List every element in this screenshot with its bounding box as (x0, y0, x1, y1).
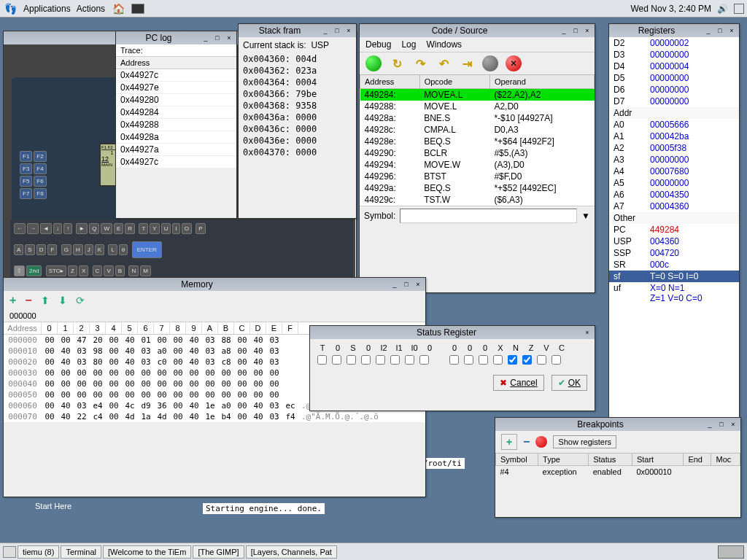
pclog-row[interactable]: 0x44928a (116, 131, 236, 144)
taskbar-item[interactable]: Terminal (61, 545, 101, 559)
register-row[interactable]: A700004360 (609, 201, 739, 212)
status-register-dialog[interactable]: Status Register × T0S0I2I1I00 000XNZVC ✖… (309, 325, 595, 411)
step-over-button[interactable]: ↷ (412, 55, 428, 71)
register-row[interactable]: A400007680 (609, 166, 739, 177)
bp-cell[interactable]: enabled (589, 466, 632, 478)
breakpoints-table[interactable]: SymbolTypeStatusStartEndMoc #4exceptione… (495, 453, 740, 478)
stack-row[interactable]: 0x004364: 0004 (239, 77, 356, 88)
bp-col[interactable]: Status (589, 454, 632, 466)
cancel-button[interactable]: ✖Cancel (493, 375, 543, 391)
register-row[interactable]: A000005666 (609, 119, 739, 131)
sr-flag-checkbox[interactable] (332, 355, 341, 365)
taskbar-item[interactable]: [The GIMP] (193, 545, 244, 559)
register-row[interactable]: USP004360 (609, 236, 739, 247)
bp-cell[interactable]: #4 (496, 466, 538, 478)
mem-col[interactable]: 3 (90, 322, 106, 334)
disable-breakpoint-button[interactable] (535, 436, 547, 448)
stack-row[interactable]: 0x004368: 9358 (239, 100, 356, 112)
mem-col[interactable]: A (202, 322, 218, 334)
code-row[interactable]: 44929c:TST.W($6,A3) (360, 194, 595, 206)
mem-col[interactable]: D (250, 322, 266, 334)
code-row[interactable]: 44928a:BNE.S*-$10 [44927A] (360, 112, 595, 124)
register-row[interactable]: SR000c (609, 259, 739, 271)
sr-flag-checkbox[interactable] (522, 355, 532, 365)
taskbar-item[interactable]: [Welcome to the TiEm (103, 545, 191, 559)
register-row[interactable]: D500000000 (609, 72, 739, 84)
memory-row[interactable]: 000070004022c4004d1a4d00401eb4004003f4.@… (4, 411, 425, 422)
taskbar-item[interactable]: [Layers, Channels, Pat (246, 545, 337, 559)
step-into-button[interactable]: ↻ (389, 55, 405, 71)
sr-flag-checkbox[interactable] (405, 355, 414, 365)
bp-col[interactable]: Moc (711, 454, 740, 466)
stack-row[interactable]: 0x004362: 023a (239, 65, 356, 77)
sr-flag-checkbox[interactable] (479, 355, 488, 365)
sr-flag-checkbox[interactable] (390, 355, 400, 365)
code-row[interactable]: 449284:MOVEA.L($22,A2),A2 (360, 89, 595, 101)
stack-row[interactable]: 0x004370: 0000 (239, 147, 356, 158)
clock[interactable]: Wed Nov 3, 2:40 PM (631, 4, 712, 14)
ok-button[interactable]: ✔OK (551, 375, 587, 391)
add-icon[interactable]: + (9, 294, 16, 307)
mem-col[interactable]: 8 (170, 322, 186, 334)
mem-col-address[interactable]: Address (4, 322, 42, 334)
refresh-icon[interactable]: ⟳ (76, 295, 85, 306)
actions-menu[interactable]: Actions (77, 4, 105, 14)
stack-row[interactable]: 0x00436a: 0000 (239, 112, 356, 123)
bp-cell[interactable]: exception (538, 466, 589, 478)
mem-col[interactable]: 9 (186, 322, 202, 334)
mem-col[interactable]: F (282, 322, 298, 334)
mem-col[interactable]: 7 (154, 322, 170, 334)
minimize-button[interactable]: _ (703, 26, 714, 36)
step-back-button[interactable]: ↶ (436, 55, 452, 71)
maximize-button[interactable]: □ (212, 33, 223, 43)
col-address[interactable]: Address (360, 75, 420, 89)
bp-col[interactable]: Symbol (496, 454, 538, 466)
close-button[interactable]: × (343, 26, 355, 36)
mem-col[interactable]: E (266, 322, 282, 334)
taskbar-item[interactable]: tiemu (8) (18, 545, 59, 559)
applications-menu[interactable]: Applications (23, 4, 71, 14)
pclog-row[interactable]: 0x44927c (116, 69, 236, 82)
mem-col[interactable]: 1 (58, 322, 74, 334)
maximize-button[interactable]: □ (716, 419, 727, 429)
sr-flag-checkbox[interactable] (317, 355, 327, 365)
stack-row[interactable]: 0x004360: 004d (239, 53, 356, 65)
breakpoints-window[interactable]: Breakpoints _□× + − Show registers Symbo… (495, 417, 741, 518)
mem-col[interactable]: B (218, 322, 234, 334)
remove-breakpoint-button[interactable]: − (523, 435, 530, 448)
remove-icon[interactable]: − (25, 294, 31, 307)
register-row[interactable]: A200005f38 (609, 142, 739, 154)
mem-col[interactable]: 0 (42, 322, 58, 334)
sr-flag-checkbox[interactable] (551, 355, 561, 365)
bp-cell[interactable] (684, 466, 711, 478)
up-icon[interactable]: ⬆ (41, 295, 50, 306)
col-opcode[interactable]: Opcode (419, 75, 489, 89)
sr-flag-checkbox[interactable] (464, 355, 473, 365)
pclog-row[interactable]: 0x44927a (116, 144, 236, 156)
pclog-row[interactable]: 0x44927e (116, 82, 236, 94)
close-button[interactable]: × (727, 419, 739, 429)
stack-row[interactable]: 0x00436c: 0000 (239, 123, 356, 135)
close-button[interactable]: × (726, 26, 738, 36)
code-row[interactable]: 44928c:CMPA.LD0,A3 (360, 124, 595, 136)
mem-col[interactable]: 5 (122, 322, 138, 334)
breakpoint-button[interactable] (482, 55, 498, 71)
register-row[interactable]: A300000000 (609, 154, 739, 166)
maximize-button[interactable]: □ (714, 26, 726, 36)
code-row[interactable]: 449296:BTST#$F,D0 (360, 171, 595, 182)
close-button[interactable]: × (581, 26, 593, 36)
pclog-row[interactable]: 0x44927c (116, 156, 236, 168)
stop-button[interactable]: ✕ (506, 55, 522, 71)
sr-flag-checkbox[interactable] (508, 355, 517, 365)
code-row[interactable]: 449294:MOVE.W(A3),D0 (360, 159, 595, 171)
bp-cell[interactable]: 0x000010 (632, 466, 684, 478)
menu-debug[interactable]: Debug (365, 39, 391, 50)
bp-col[interactable]: Type (538, 454, 589, 466)
symbol-input[interactable] (400, 209, 577, 223)
pclog-col-address[interactable]: Address (116, 57, 236, 69)
sr-flag-checkbox[interactable] (493, 355, 503, 365)
run-button[interactable] (365, 55, 382, 71)
bp-cell[interactable] (711, 466, 740, 478)
register-row[interactable]: D300000000 (609, 49, 739, 61)
register-row[interactable]: D200000002 (609, 37, 739, 49)
